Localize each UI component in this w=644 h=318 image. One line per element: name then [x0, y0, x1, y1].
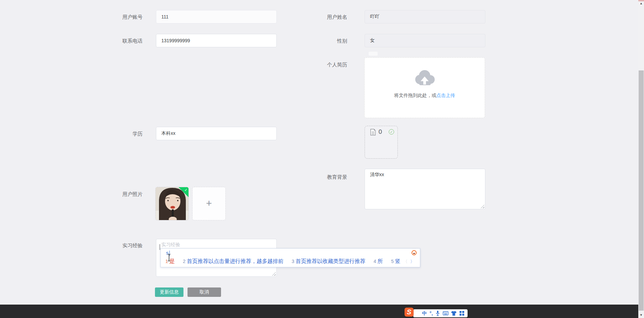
keyboard-icon[interactable] [443, 311, 448, 315]
file-success-check-icon: ✓ [389, 129, 394, 135]
user-edit-form-page: 用户账号 用户姓名 联系电话 性别 个人简历 将文件拖到此处，或点击上传 [0, 0, 644, 318]
sogou-ime-toolbar: 中 °, [413, 309, 468, 317]
ime-prev-page-icon[interactable]: 〈 [403, 259, 408, 264]
ime-candidate-4[interactable]: 4所 [374, 258, 383, 264]
resume-upload-dropzone[interactable]: 将文件拖到此处，或点击上传 [364, 57, 485, 118]
update-info-button[interactable]: 更新信息 [155, 287, 183, 297]
plus-icon: + [206, 198, 212, 209]
internship-label: 实习经验 [89, 243, 143, 249]
cancel-button[interactable]: 取消 [187, 287, 221, 297]
name-input[interactable] [365, 10, 485, 23]
upload-tooltip-remnant [369, 52, 378, 56]
toolbox-icon[interactable] [460, 311, 464, 316]
microphone-icon[interactable] [436, 311, 440, 316]
skin-icon[interactable] [451, 311, 457, 316]
ime-sogou-icon[interactable] [412, 250, 417, 255]
education-input[interactable] [156, 127, 277, 140]
punctuation-icon[interactable]: °, [430, 309, 433, 317]
background-textarea[interactable]: 清华xx [365, 169, 485, 209]
chinese-mode-icon[interactable]: 中 [422, 309, 427, 317]
document-icon [370, 129, 376, 136]
ime-candidate-5[interactable]: 5竖 [391, 258, 400, 264]
gender-label: 性别 [293, 38, 347, 44]
resume-label: 个人简历 [293, 62, 347, 68]
account-label: 用户账号 [89, 14, 143, 20]
file-count: 0 [378, 128, 382, 135]
ime-candidate-list: 1是 2首页推荐以点击量进行推荐，越多越排前 3首页推荐以收藏类型进行推荐 4所… [165, 258, 404, 265]
user-photo-thumbnail[interactable]: ✓ [155, 187, 189, 220]
sogou-logo-icon[interactable]: S [405, 308, 414, 317]
education-label: 学历 [89, 131, 143, 137]
photo-check-icon: ✓ [184, 188, 187, 192]
bottom-taskbar [0, 305, 638, 318]
ime-candidate-2[interactable]: 2首页推荐以点击量进行推荐，越多越排前 [183, 258, 283, 264]
upload-drop-text: 将文件拖到此处，或 [394, 93, 436, 98]
upload-cloud-icon [413, 69, 436, 86]
name-label: 用户姓名 [293, 14, 347, 20]
photo-label: 用户照片 [89, 191, 143, 197]
scrollbar-down-icon[interactable]: ▼ [638, 312, 644, 318]
upload-click-link[interactable]: 点击上传 [436, 93, 455, 98]
gender-input[interactable] [365, 34, 485, 47]
scrollbar-up-icon[interactable]: ▲ [638, 1, 644, 6]
i-beam-cursor [167, 254, 171, 261]
phone-input[interactable] [156, 34, 277, 47]
add-photo-button[interactable]: + [192, 187, 226, 220]
ime-next-page-icon[interactable]: 〉 [410, 259, 415, 264]
ime-candidate-3[interactable]: 3首页推荐以收藏类型进行推荐 [292, 258, 366, 264]
background-label: 教育背景 [293, 174, 347, 180]
text-caret [160, 244, 160, 250]
scrollbar-thumb[interactable] [639, 70, 644, 311]
phone-label: 联系电话 [89, 38, 143, 44]
account-input[interactable] [156, 10, 277, 23]
vertical-scrollbar[interactable]: ▲ ▼ [638, 0, 644, 318]
resume-file-item[interactable]: 0 ✓ [365, 126, 398, 159]
sogou-ime-panel: s 1是 2首页推荐以点击量进行推荐，越多越排前 3首页推荐以收藏类型进行推荐 … [160, 248, 420, 267]
